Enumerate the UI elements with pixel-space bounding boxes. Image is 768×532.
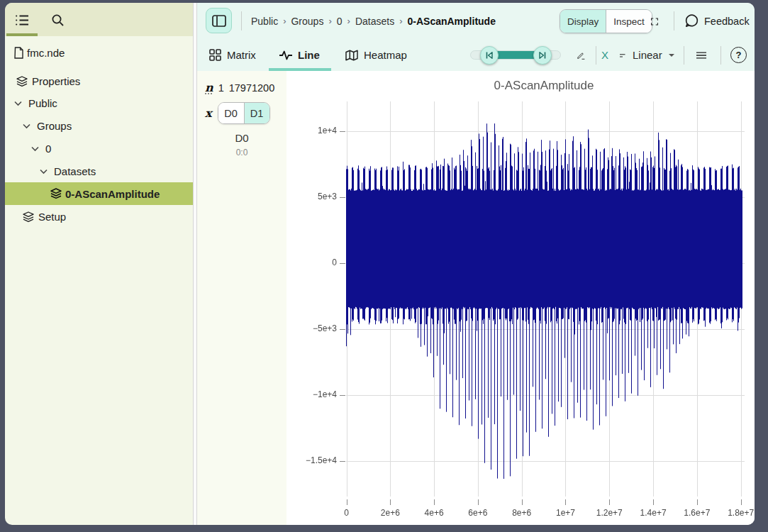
panel-toggle-icon [212,15,226,27]
search-icon [51,13,65,27]
skip-start-icon [485,51,494,60]
app-window: fmc.nde Properties Public Groups 0 [0,0,768,532]
help-icon: ? [736,50,742,60]
chevron-down-icon [23,123,30,129]
skip-end-icon [538,51,547,60]
slider-handle-end[interactable] [533,46,552,65]
sort-icon [620,51,625,60]
n-dim-count: 1 [218,82,224,94]
breadcrumb-separator: › [323,16,336,26]
feedback-button[interactable]: Feedback [685,3,750,39]
layers-icon [16,76,28,87]
x-dimension-row: x D0 D1 [205,102,270,124]
fullscreen-button[interactable] [647,13,662,29]
chevron-down-icon [40,169,48,174]
display-inspect-toggle: Display Inspect [560,9,652,33]
tab-line[interactable]: Line [279,39,320,71]
tree-item-datasets[interactable]: Datasets [5,160,193,182]
display-mode-button[interactable]: Display [560,10,606,33]
parameter-panel: n 1 17971200 x D0 D1 D0 0:0 [197,71,286,525]
annotate-button[interactable] [572,47,589,64]
inspect-mode-button[interactable]: Inspect [606,10,652,33]
dimension-toggle-group: D0 D1 [218,102,270,124]
tree-view-button[interactable] [6,7,38,33]
topbar: Public › Groups › 0 › Datasets › 0-AScan… [197,3,755,39]
tree-item-0[interactable]: 0 [5,138,193,160]
fullscreen-icon [651,15,658,28]
sidebar-header [5,3,193,36]
dimension-index-range: 0:0 [197,148,286,157]
scale-select[interactable]: Linear [633,39,674,71]
tree-item-fmc-nde[interactable]: fmc.nde [5,42,193,64]
menu-button[interactable] [692,48,711,62]
tree-item-public[interactable]: Public [5,92,193,114]
breadcrumb: Public › Groups › 0 › Datasets › 0-AScan… [251,3,496,39]
help-button[interactable]: ? [730,47,747,63]
toolbar-divider [596,46,596,65]
layers-icon [50,188,62,199]
chart-title: 0-AScanAmplitude [346,79,742,93]
active-tool-underline [6,33,38,36]
view-toolbar: Matrix Line Heatmap [197,39,755,71]
n-points-value: 17971200 [229,82,275,94]
dimension-header: D0 [197,132,286,144]
matrix-grid-icon [209,49,221,61]
line-pulse-icon [279,50,292,61]
search-button[interactable] [43,7,72,33]
toolbar-divider [720,46,721,65]
chevron-down-icon [31,146,39,152]
index-range-slider[interactable] [470,50,561,60]
tree-item-setup[interactable]: Setup [5,206,193,228]
tree-item-groups[interactable]: Groups [5,115,193,137]
layers-icon [23,211,34,223]
tab-heatmap[interactable]: Heatmap [345,39,407,71]
heatmap-map-icon [345,50,358,61]
chart-area: 0-AScanAmplitude [286,71,755,525]
file-icon [13,47,24,59]
breadcrumb-public[interactable]: Public [251,16,278,27]
breadcrumb-separator: › [343,16,355,26]
ascan-plot-canvas[interactable] [286,71,755,525]
tree-item-0-ascanamplitude[interactable]: 0-AScanAmplitude [5,182,193,205]
main-panel: Public › Groups › 0 › Datasets › 0-AScan… [197,3,755,525]
breadcrumb-groups[interactable]: Groups [291,16,323,27]
n-variable-label: n [205,81,213,94]
tree-item-properties[interactable]: Properties [5,70,193,92]
dimension-d1-button[interactable]: D1 [244,103,269,123]
topbar-divider [674,11,674,31]
x-variable-label: x [205,106,212,120]
feedback-bubble-icon [685,14,699,28]
toolbar-divider [684,46,684,65]
breadcrumb-separator: › [394,16,407,26]
breadcrumb-current: 0-AScanAmplitude [407,16,495,27]
dimension-d0-button[interactable]: D0 [218,103,244,123]
n-points-row: n 1 17971200 [205,81,274,94]
caret-down-icon [669,54,674,60]
scale-sort-button[interactable] [616,49,630,62]
slider-handle-start[interactable] [480,46,499,65]
edit-pencil-icon [577,49,585,62]
breadcrumb-datasets[interactable]: Datasets [355,16,394,27]
tab-matrix[interactable]: Matrix [209,39,256,71]
breadcrumb-0[interactable]: 0 [337,16,343,27]
content-area: n 1 17971200 x D0 D1 D0 0:0 0-AScanAmpli… [197,71,755,525]
breadcrumb-separator: › [278,16,291,26]
sidebar: fmc.nde Properties Public Groups 0 [5,3,193,525]
chevron-down-icon [14,101,22,106]
menu-icon [696,50,706,61]
sidebar-toggle-button[interactable] [206,8,232,33]
topbar-divider [241,11,242,31]
list-icon [15,14,30,26]
x-axis-label: X [601,39,608,71]
